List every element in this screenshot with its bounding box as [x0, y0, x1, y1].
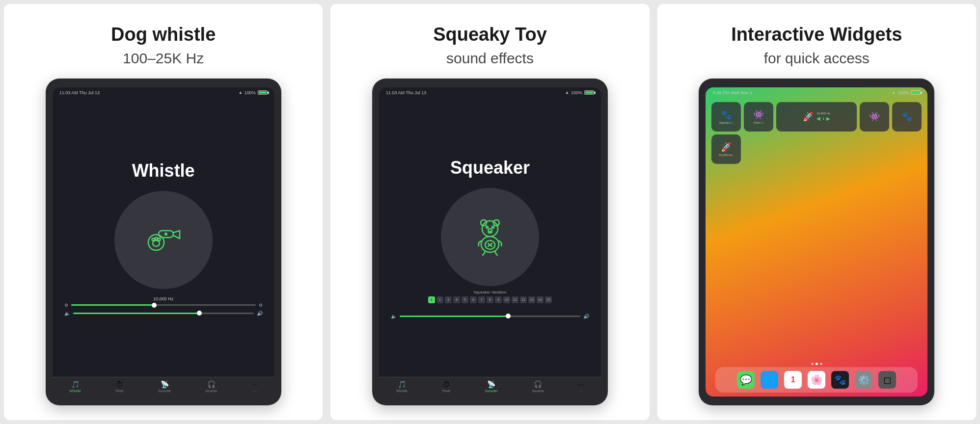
dock-paw[interactable]: 🐾	[831, 371, 849, 389]
card-1-title: Dog whistle	[111, 24, 216, 46]
dock-calendar[interactable]: 1	[784, 371, 802, 389]
svg-line-1	[173, 231, 180, 233]
svg-point-15	[488, 229, 492, 232]
volume-row: 🔈 🔊	[62, 311, 265, 316]
svg-point-8	[158, 238, 160, 240]
wifi-icon-3: ▲	[892, 90, 896, 95]
card-widgets: Interactive Widgets for quick access 3:3…	[657, 4, 976, 420]
ipad-content-2: Squeaker	[379, 97, 601, 377]
v-pill-1[interactable]: 1	[428, 296, 435, 303]
v-pill-4[interactable]: 4	[453, 296, 460, 303]
battery-icon-3	[911, 90, 921, 95]
card-3-subtitle: for quick access	[764, 50, 870, 67]
screen-title-1: Whistle	[132, 160, 195, 181]
v-pill-15[interactable]: 15	[545, 296, 552, 303]
card-dog-whistle: Dog whistle 100–25K Hz 11:03 AM Thu Jul …	[4, 4, 323, 420]
card-1-subtitle: 100–25K Hz	[123, 50, 204, 67]
tab-more[interactable]: ··· ···	[251, 380, 257, 393]
widget-icon-4-img: 🐾	[901, 111, 912, 122]
widget-prev-btn[interactable]: ◀	[817, 116, 820, 121]
tab-timer-label: Timer	[115, 389, 124, 393]
widget-icon-4[interactable]: 🐾	[892, 102, 922, 132]
tab-timer[interactable]: ⏱ Timer	[115, 380, 124, 393]
battery-text-1: 100%	[245, 90, 256, 95]
freq-label-low: ⚙	[64, 303, 68, 308]
widget-freq-small[interactable]: 🚀 10,000 Hz ›	[711, 134, 741, 164]
v-pill-9[interactable]: 9	[495, 296, 502, 303]
tab-sounds-label: Sounds	[205, 389, 217, 393]
widget-freq-controls: ◀ 1 ▶	[817, 116, 830, 121]
tab2-timer-label: Timer	[442, 389, 451, 393]
circle-bg-1[interactable]	[114, 191, 213, 289]
tab-sounder[interactable]: 📡 Sounder	[158, 380, 171, 393]
svg-point-7	[155, 237, 157, 239]
v-pill-3[interactable]: 3	[445, 296, 452, 303]
spacer	[706, 169, 927, 361]
dock-settings[interactable]: ⚙️	[855, 371, 872, 389]
tab-sounds[interactable]: 🎧 Sounds	[205, 380, 217, 393]
widget-row-1: 🐾 Squeak 1 › 👾 Click 1 › 🚀 10,000 Hz	[711, 102, 922, 132]
widget-page: 1	[822, 117, 824, 120]
status-right-1: ▲ 100%	[239, 90, 268, 95]
v-pill-12[interactable]: 12	[520, 296, 527, 303]
v-pill-2[interactable]: 2	[436, 296, 443, 303]
widget-row-2: 🚀 10,000 Hz ›	[711, 134, 922, 164]
freq-slider-thumb[interactable]	[152, 303, 157, 308]
vol-slider-track[interactable]	[73, 313, 254, 314]
ipad-mockup-1: 11:03 AM Thu Jul 13 ▲ 100% Whistle	[46, 79, 281, 405]
dock-photos[interactable]: 🌸	[808, 371, 825, 389]
widget-squeak[interactable]: 🐾 Squeak 1 ›	[711, 102, 741, 132]
tab2-more[interactable]: ··· ···	[578, 380, 584, 393]
card-2-title: Squeaky Toy	[433, 24, 547, 46]
battery-text-3: 100%	[898, 90, 909, 95]
vol-slider-thumb-2[interactable]	[506, 314, 511, 318]
tab2-sounds[interactable]: 🎧 Sounds	[532, 380, 544, 393]
widget-icon-3-img: 👾	[869, 111, 880, 122]
widget-freq-icon: 🚀	[803, 111, 814, 122]
widgets-area: 🐾 Squeak 1 › 👾 Click 1 › 🚀 10,000 Hz	[706, 97, 927, 169]
vol-icon-low: 🔈	[64, 311, 70, 316]
tab-more-icon: ···	[251, 380, 257, 388]
tab-whistle[interactable]: 🎵 Whistle	[70, 380, 81, 393]
freq-slider-track[interactable]	[71, 304, 256, 306]
dock-safari[interactable]: 🌐	[761, 371, 778, 389]
v-pill-8[interactable]: 8	[487, 296, 493, 303]
widget-freq-small-label: 10,000 Hz ›	[719, 154, 734, 157]
circle-bg-2[interactable]	[441, 188, 539, 286]
tab2-sounder[interactable]: 📡 Sounder	[485, 380, 497, 393]
cards-container: Dog whistle 100–25K Hz 11:03 AM Thu Jul …	[0, 0, 980, 424]
ipad-screen-3: 3:38 PM Wed Nov 1 ▲ 100% 🐾 Squeak 1 ›	[706, 87, 927, 397]
home-dots	[706, 361, 927, 367]
tab-more-label: ···	[253, 389, 256, 393]
v-pill-14[interactable]: 14	[537, 296, 544, 303]
volume-row-2: 🔈 🔊	[389, 314, 591, 319]
variation-title: Squeaker Variation	[389, 290, 591, 294]
dock-messages-icon: 💬	[740, 374, 752, 386]
tab2-whistle[interactable]: 🎵 Whistle	[396, 380, 408, 393]
dock-square[interactable]: ◻	[878, 371, 896, 389]
whistle-icon	[141, 217, 186, 263]
vol-slider-track-2[interactable]	[400, 316, 580, 317]
widget-squeak-label: Squeak 1 ›	[719, 121, 734, 124]
vol-slider-thumb[interactable]	[197, 311, 202, 316]
status-bar-2: 11:03 AM Thu Jul 13 ▲ 100%	[379, 87, 601, 97]
v-pill-13[interactable]: 13	[528, 296, 535, 303]
widget-freq-wide[interactable]: 🚀 10,000 Hz ◀ 1 ▶	[776, 102, 857, 132]
tab2-whistle-icon: 🎵	[398, 380, 406, 388]
tab2-timer[interactable]: ⏱ Timer	[442, 380, 451, 393]
v-pill-10[interactable]: 10	[503, 296, 510, 303]
v-pill-6[interactable]: 6	[470, 296, 477, 303]
tab2-sounds-icon: 🎧	[534, 380, 542, 388]
battery-icon-1	[258, 90, 268, 95]
v-pill-11[interactable]: 11	[512, 296, 518, 303]
widget-next-btn[interactable]: ▶	[826, 116, 830, 121]
widget-click-label: Click 1 ›	[753, 121, 764, 124]
widget-click[interactable]: 👾 Click 1 ›	[744, 102, 773, 132]
status-right-2: ▲ 100%	[565, 90, 594, 95]
widget-freq-small-icon: 🚀	[721, 142, 732, 153]
tab2-more-icon: ···	[578, 380, 584, 388]
v-pill-5[interactable]: 5	[462, 296, 468, 303]
widget-icon-3[interactable]: 👾	[860, 102, 889, 132]
dock-messages[interactable]: 💬	[737, 371, 755, 389]
v-pill-7[interactable]: 7	[478, 296, 485, 303]
